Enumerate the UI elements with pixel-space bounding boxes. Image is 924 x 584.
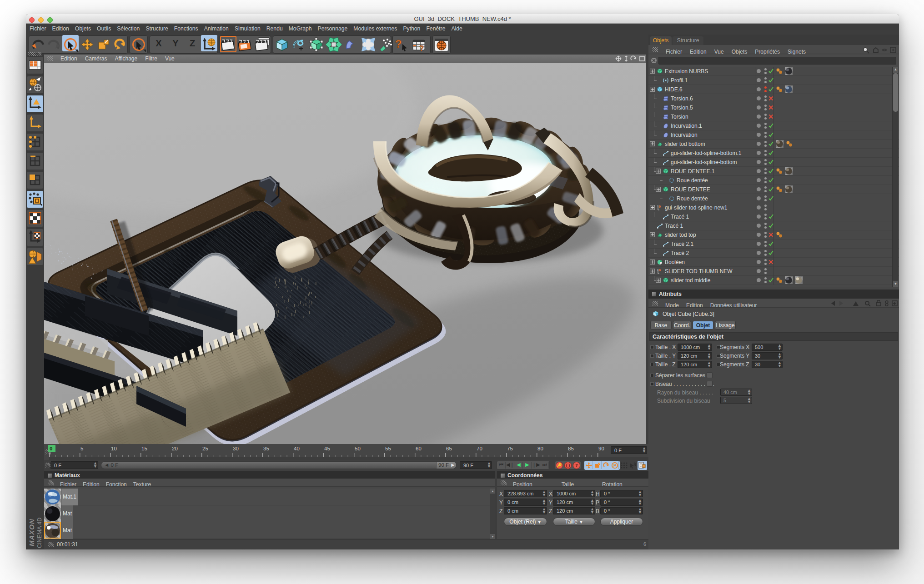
svg-text:5: 5: [80, 446, 83, 451]
svg-text:30: 30: [233, 446, 239, 451]
svg-text:90: 90: [598, 446, 604, 451]
svg-text:P: P: [613, 463, 616, 468]
svg-text:25: 25: [202, 446, 208, 451]
svg-text:MAXON: MAXON: [28, 519, 35, 546]
svg-text:55: 55: [385, 446, 391, 451]
svg-text:50: 50: [355, 446, 361, 451]
svg-text:10: 10: [111, 446, 117, 451]
svg-text:CINEMA 4D: CINEMA 4D: [36, 518, 43, 548]
svg-text:70: 70: [477, 446, 482, 451]
svg-text:80: 80: [537, 446, 543, 451]
svg-text:?: ?: [419, 45, 424, 52]
svg-text:65: 65: [446, 446, 452, 451]
svg-text:0: 0: [50, 446, 52, 451]
svg-text:75: 75: [507, 446, 513, 451]
svg-text:0: 0: [659, 269, 661, 272]
svg-text:45: 45: [324, 446, 330, 451]
svg-text:?: ?: [395, 38, 402, 50]
svg-text:15: 15: [141, 446, 147, 451]
svg-text:0: 0: [659, 205, 661, 208]
svg-text:40: 40: [294, 446, 300, 451]
svg-text:60: 60: [416, 446, 422, 451]
svg-text:20: 20: [172, 446, 178, 451]
svg-text:35: 35: [263, 446, 269, 451]
svg-text:85: 85: [568, 446, 574, 451]
